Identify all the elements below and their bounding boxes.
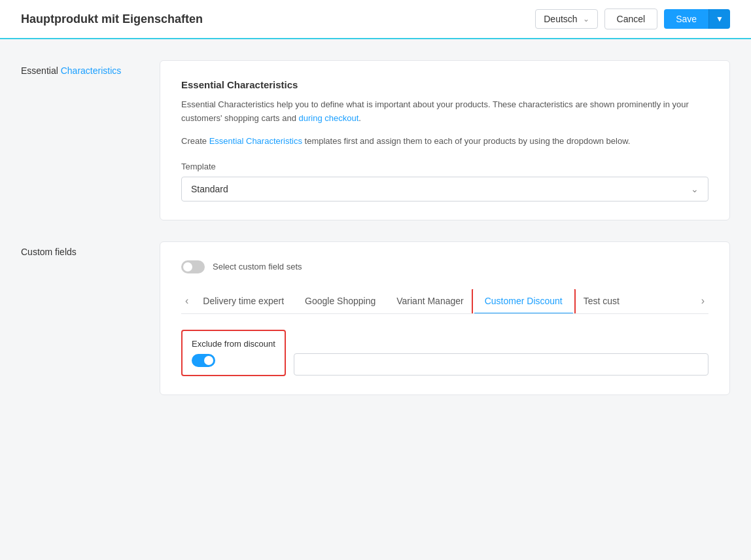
ec-description: Essential Characteristics help you to de… — [181, 98, 708, 126]
language-selector[interactable]: Deutsch ⌄ — [535, 9, 597, 29]
page-content: Essential Characteristics Essential Char… — [0, 39, 751, 437]
exclude-from-discount-label: Exclude from discount — [192, 339, 275, 349]
tabs-next-button[interactable]: › — [697, 295, 708, 307]
cancel-button[interactable]: Cancel — [604, 9, 658, 29]
chevron-down-icon: ⌄ — [583, 14, 589, 24]
select-custom-field-sets-label: Select custom field sets — [213, 262, 302, 271]
during-checkout-link[interactable]: during checkout — [299, 113, 359, 123]
essential-characteristics-section: Essential Characteristics Essential Char… — [21, 60, 730, 220]
select-custom-field-sets-toggle[interactable] — [181, 260, 205, 273]
essential-characteristics-link[interactable]: Essential Characteristics — [209, 136, 302, 146]
essential-characteristics-label: Essential Characteristics — [21, 60, 139, 220]
ec-create-note: Create Essential Characteristics templat… — [181, 136, 708, 146]
tab-google-shopping[interactable]: Google Shopping — [294, 289, 386, 313]
tab-customer-discount[interactable]: Customer Discount — [474, 289, 573, 313]
chevron-down-icon: ⌄ — [691, 184, 699, 194]
tab-test-cust[interactable]: Test cust — [573, 289, 630, 313]
template-value: Standard — [191, 184, 228, 194]
save-dropdown-button[interactable]: ▼ — [708, 9, 730, 29]
save-button[interactable]: Save — [664, 9, 708, 29]
exclude-discount-area: Exclude from discount — [181, 330, 708, 376]
custom-fields-card: Select custom field sets ‹ Delivery time… — [160, 241, 730, 395]
exclude-from-discount-box: Exclude from discount — [181, 330, 286, 376]
toggle-slider — [181, 260, 205, 273]
page-header: Hauptprodukt mit Eigenschaften Deutsch ⌄… — [0, 0, 751, 39]
tab-variant-manager[interactable]: Variant Manager — [386, 289, 474, 313]
ec-card-title: Essential Characteristics — [181, 79, 708, 90]
custom-fields-tabs: ‹ Delivery time expert Google Shopping V… — [181, 289, 708, 314]
language-label: Deutsch — [544, 14, 577, 24]
exclude-from-discount-toggle[interactable] — [192, 354, 215, 367]
tabs-list: Delivery time expert Google Shopping Var… — [192, 289, 697, 313]
custom-fields-section: Custom fields Select custom field sets ‹… — [21, 241, 730, 395]
essential-characteristics-card: Essential Characteristics Essential Char… — [160, 60, 730, 220]
exclude-text-input[interactable] — [294, 353, 708, 376]
page-title: Hauptprodukt mit Eigenschaften — [21, 12, 203, 26]
custom-fields-toggle-row: Select custom field sets — [181, 260, 708, 273]
save-button-group: Save ▼ — [664, 9, 730, 29]
exclude-toggle-row — [192, 354, 275, 367]
custom-fields-label: Custom fields — [21, 241, 139, 395]
template-field-label: Template — [181, 162, 708, 171]
tab-delivery-time-expert[interactable]: Delivery time expert — [192, 289, 294, 313]
header-actions: Deutsch ⌄ Cancel Save ▼ — [535, 9, 730, 29]
tabs-prev-button[interactable]: ‹ — [181, 295, 192, 307]
exclude-toggle-slider — [192, 354, 215, 367]
template-select[interactable]: Standard ⌄ — [181, 177, 708, 201]
